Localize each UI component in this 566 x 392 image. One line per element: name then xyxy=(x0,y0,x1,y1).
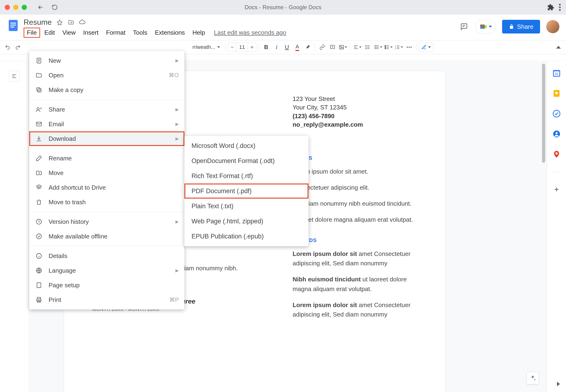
svg-point-26 xyxy=(555,92,558,94)
underline-button[interactable]: U xyxy=(282,42,292,52)
editing-mode-button[interactable] xyxy=(419,42,433,52)
svg-point-12 xyxy=(340,46,341,47)
file-menu-new[interactable]: New ▶ xyxy=(29,53,184,68)
globe-icon xyxy=(35,266,43,275)
docs-logo-icon[interactable] xyxy=(6,18,21,33)
checklist-button[interactable] xyxy=(373,42,383,52)
awards-p1[interactable]: Lorem ipsum dolor sit amet Consectetuer … xyxy=(293,249,417,268)
highlight-button[interactable] xyxy=(303,42,313,52)
file-menu-language[interactable]: Language ▶ xyxy=(29,263,184,278)
hide-side-panel-button[interactable] xyxy=(556,382,561,386)
font-size-value[interactable]: 11 xyxy=(236,43,248,51)
awards-p2[interactable]: Nibh euismod tincidunt ut laoreet dolore… xyxy=(293,275,417,294)
font-family-select[interactable]: rriweath... xyxy=(190,44,223,50)
trash-icon xyxy=(35,198,43,206)
line-spacing-button[interactable] xyxy=(363,42,372,52)
file-menu-make-copy[interactable]: Make a copy xyxy=(29,83,184,97)
font-size-decrease[interactable]: − xyxy=(228,44,236,51)
bullet-list-button[interactable] xyxy=(384,42,393,52)
download-epub[interactable]: EPUB Publication (.epub) xyxy=(184,229,308,244)
skills-p3[interactable]: Sed diam nonummy nibh euismod tincidunt. xyxy=(293,199,417,208)
account-avatar[interactable] xyxy=(546,20,559,33)
svg-point-2 xyxy=(559,9,561,11)
skills-p4[interactable]: Laoreet dolore magna aliquam erat volutp… xyxy=(293,215,417,224)
menu-extensions[interactable]: Extensions xyxy=(152,28,188,38)
meet-button[interactable] xyxy=(475,20,496,33)
calendar-icon[interactable]: 31 xyxy=(552,68,561,78)
maximize-window-button[interactable] xyxy=(22,5,27,10)
keep-icon[interactable] xyxy=(552,89,561,98)
insert-comment-button[interactable] xyxy=(328,42,337,52)
share-button[interactable]: Share xyxy=(502,20,540,33)
share-button-label: Share xyxy=(517,23,533,30)
insert-link-button[interactable] xyxy=(318,42,327,52)
file-menu-email[interactable]: Email ▶ xyxy=(29,117,184,131)
contacts-icon[interactable] xyxy=(552,129,561,139)
minimize-window-button[interactable] xyxy=(13,5,18,10)
download-txt[interactable]: Plain Text (.txt) xyxy=(184,199,308,214)
file-menu-page-setup[interactable]: Page setup xyxy=(29,278,184,293)
browser-more-icon[interactable] xyxy=(559,4,561,11)
download-html[interactable]: Web Page (.html, zipped) xyxy=(184,214,308,229)
last-edit-link[interactable]: Last edit was seconds ago xyxy=(214,29,286,36)
file-menu-open[interactable]: Open ⌘O xyxy=(29,68,184,83)
redo-button[interactable] xyxy=(13,42,23,52)
font-size-increase[interactable]: + xyxy=(248,44,256,51)
explore-button[interactable] xyxy=(526,372,539,384)
back-button[interactable] xyxy=(37,3,44,11)
awards-heading[interactable]: AWARDS xyxy=(293,237,417,243)
skills-p1[interactable]: Lorem ipsum dolor sit amet. xyxy=(293,167,417,176)
file-menu-rename[interactable]: Rename xyxy=(29,151,184,166)
download-docx[interactable]: Microsoft Word (.docx) xyxy=(184,138,308,153)
star-icon[interactable] xyxy=(56,19,63,26)
awards-p3[interactable]: Lorem ipsum dolor sit amet Consectetuer … xyxy=(293,300,417,319)
extensions-icon[interactable] xyxy=(547,4,554,11)
svg-rect-4 xyxy=(10,23,16,24)
get-addons-icon[interactable] xyxy=(552,185,561,194)
file-menu-share[interactable]: Share ▶ xyxy=(29,102,184,117)
menu-help[interactable]: Help xyxy=(189,28,208,38)
menu-tools[interactable]: Tools xyxy=(130,28,151,38)
show-outline-button[interactable] xyxy=(9,71,20,82)
submenu-arrow-icon: ▶ xyxy=(176,136,179,141)
file-menu-print[interactable]: Print ⌘P xyxy=(29,293,184,307)
contact-block[interactable]: 123 Your Street Your City, ST 12345 (123… xyxy=(293,95,417,129)
menu-edit[interactable]: Edit xyxy=(41,28,58,38)
svg-point-21 xyxy=(410,47,412,48)
file-menu-move[interactable]: Move xyxy=(29,166,184,180)
more-button[interactable] xyxy=(404,42,414,52)
skills-heading[interactable]: SKILLS xyxy=(293,155,417,161)
document-title[interactable]: Resume xyxy=(24,18,52,27)
move-to-folder-icon[interactable] xyxy=(68,19,74,26)
align-button[interactable] xyxy=(353,42,362,52)
file-menu-trash[interactable]: Move to trash xyxy=(29,195,184,210)
collapse-toolbar-button[interactable] xyxy=(554,42,563,52)
menu-insert[interactable]: Insert xyxy=(80,28,102,38)
italic-button[interactable]: I xyxy=(272,42,281,52)
download-pdf[interactable]: PDF Document (.pdf) xyxy=(184,183,308,199)
menu-format[interactable]: Format xyxy=(103,28,129,38)
menu-file[interactable]: File xyxy=(24,28,40,38)
bold-button[interactable]: B xyxy=(262,42,271,52)
close-window-button[interactable] xyxy=(5,5,10,10)
file-menu-add-shortcut[interactable]: Add shortcut to Drive xyxy=(29,180,184,195)
skills-p2[interactable]: Consectetuer adipiscing elit. xyxy=(293,183,417,192)
info-icon xyxy=(35,252,43,260)
insert-image-button[interactable] xyxy=(338,42,348,52)
download-odt[interactable]: OpenDocument Format (.odt) xyxy=(184,153,308,168)
cloud-status-icon[interactable] xyxy=(79,19,86,26)
maps-icon[interactable] xyxy=(552,150,561,159)
file-menu-details[interactable]: Details xyxy=(29,249,184,263)
reload-button[interactable] xyxy=(51,3,58,11)
file-menu-download[interactable]: Download ▶ xyxy=(29,131,184,146)
vertical-scrollbar[interactable] xyxy=(542,64,545,163)
download-rtf[interactable]: Rich Text Format (.rtf) xyxy=(184,168,308,183)
file-menu-version-history[interactable]: Version history ▶ xyxy=(29,214,184,229)
text-color-button[interactable]: A xyxy=(293,42,302,52)
undo-button[interactable] xyxy=(3,42,12,52)
menu-view[interactable]: View xyxy=(59,28,79,38)
tasks-icon[interactable] xyxy=(552,109,561,118)
file-menu-offline[interactable]: Make available offline xyxy=(29,229,184,244)
comment-history-icon[interactable] xyxy=(459,21,469,32)
numbered-list-button[interactable]: 123 xyxy=(394,42,403,52)
